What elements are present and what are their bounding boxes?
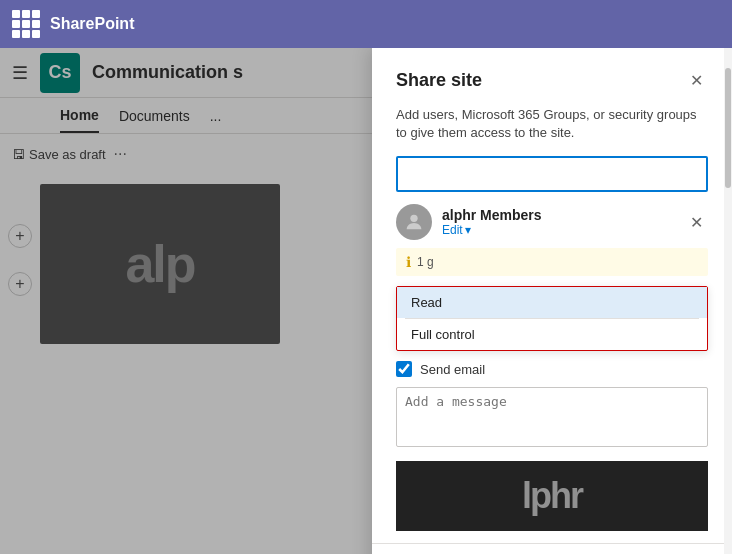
user-name: alphr Members	[442, 207, 674, 223]
send-email-label: Send email	[420, 362, 485, 377]
user-info: alphr Members Edit ▾	[442, 207, 674, 237]
modal-title: Share site	[396, 70, 482, 91]
modal-preview-image: lphr	[396, 461, 708, 531]
preview-text: lphr	[522, 475, 582, 517]
message-textarea[interactable]	[396, 387, 708, 447]
app-title: SharePoint	[50, 15, 134, 33]
warning-row: ℹ 1 g	[396, 248, 708, 276]
dropdown-item-read[interactable]: Read	[397, 287, 707, 318]
modal-description: Add users, Microsoft 365 Groups, or secu…	[396, 106, 708, 142]
user-row: alphr Members Edit ▾ ✕	[396, 204, 708, 240]
warning-text: 1 g	[417, 255, 434, 269]
person-icon	[403, 211, 425, 233]
sharepoint-header: SharePoint	[0, 0, 732, 48]
close-button[interactable]: ✕	[684, 68, 708, 92]
people-search-input[interactable]	[396, 156, 708, 192]
waffle-icon[interactable]	[12, 10, 40, 38]
modal-body: Share site ✕ Add users, Microsoft 365 Gr…	[372, 48, 732, 543]
svg-point-0	[410, 215, 417, 222]
modal-header: Share site ✕	[396, 68, 708, 92]
warning-icon: ℹ	[406, 254, 411, 270]
share-modal: Share site ✕ Add users, Microsoft 365 Gr…	[372, 48, 732, 554]
main-content: ☰ Cs Communication s Home Documents ... …	[0, 48, 732, 554]
user-avatar	[396, 204, 432, 240]
permission-dropdown-trigger[interactable]: Edit ▾	[442, 223, 674, 237]
remove-user-button[interactable]: ✕	[684, 210, 708, 234]
dropdown-item-full-control[interactable]: Full control	[397, 319, 707, 350]
permission-dropdown: Read Full control	[396, 286, 708, 351]
modal-footer: Share Cancel	[372, 543, 732, 554]
send-email-checkbox[interactable]	[396, 361, 412, 377]
send-email-row: Send email	[396, 361, 708, 377]
